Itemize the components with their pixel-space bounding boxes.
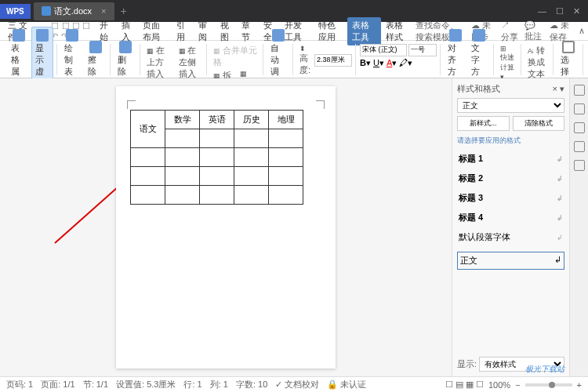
style-item[interactable]: 标题 1↲ — [457, 151, 564, 167]
status-words[interactable]: 字数: 10 — [236, 379, 267, 390]
panel-hint: 请选择要应用的格式 — [457, 134, 564, 147]
close-window-icon[interactable]: ✕ — [573, 6, 580, 16]
zoom-slider[interactable] — [525, 383, 572, 387]
doc-icon — [42, 6, 51, 16]
cell[interactable]: 英语 — [200, 111, 234, 129]
cell[interactable]: 数学 — [165, 111, 200, 129]
statusbar: 页码: 1 页面: 1/1 节: 1/1 设置值: 5.3厘米 行: 1 列: … — [0, 376, 588, 392]
add-tab-button[interactable]: + — [121, 5, 127, 17]
tool-select-icon[interactable] — [574, 85, 585, 96]
menu-chapter[interactable]: 章节 — [237, 17, 259, 45]
tool-clip-icon[interactable] — [574, 141, 585, 152]
canvas[interactable]: 语文 数学 英语 历史 地理 — [0, 78, 452, 376]
bold-button[interactable]: B▾ — [360, 58, 371, 68]
window-controls: — ☐ ✕ — [538, 6, 588, 16]
ribbon: 表格属性 显示虚框 绘制表格 擦除 删除 ▦ 在上方插入行 ▦ 在左侧插入列 ▦… — [0, 41, 588, 78]
menu-layout[interactable]: 页面布局 — [138, 17, 172, 45]
style-item[interactable]: 标题 4↲ — [457, 209, 564, 226]
style-item[interactable]: 标题 2↲ — [457, 170, 564, 187]
font-color-button[interactable]: A▾ — [387, 58, 397, 68]
comment-button[interactable]: 💬 批注 — [524, 20, 545, 42]
tab-label: 语文.docx — [54, 5, 92, 17]
close-icon[interactable]: × — [101, 6, 106, 16]
eraser-button[interactable]: 擦除 — [85, 39, 107, 79]
status-section[interactable]: 节: 1/1 — [83, 379, 108, 390]
highlight-button[interactable]: 🖍▾ — [399, 58, 412, 68]
font-name[interactable] — [360, 44, 407, 56]
cell[interactable]: 地理 — [269, 111, 303, 129]
merge-cells[interactable]: ▦ 合并单元格 — [211, 44, 260, 69]
status-auth[interactable]: 🔒 未认证 — [327, 379, 366, 390]
height-input[interactable] — [314, 54, 352, 67]
select-button[interactable]: 选择 — [557, 39, 579, 79]
height-label: ⬍ 高度: — [297, 44, 313, 77]
tool-shape-icon[interactable] — [574, 103, 585, 114]
collapse-icon[interactable]: ∧ — [579, 26, 585, 36]
menu-view[interactable]: 视图 — [216, 17, 238, 45]
status-proof[interactable]: ✓ 文档校对 — [275, 379, 319, 390]
maximize-icon[interactable]: ☐ — [556, 6, 564, 16]
cell[interactable]: 历史 — [234, 111, 269, 129]
menu-feature[interactable]: 特色应用 — [314, 17, 347, 45]
underline-button[interactable]: U▾ — [373, 58, 384, 68]
status-pos: 设置值: 5.3厘米 — [116, 379, 176, 390]
style-item[interactable]: 默认段落字体↲ — [457, 229, 564, 245]
tool-link-icon[interactable] — [574, 122, 585, 133]
zoom-out-icon[interactable]: − — [515, 380, 520, 390]
watermark: 极光下载站 — [525, 364, 564, 375]
zoom-in-icon[interactable]: + — [577, 380, 582, 390]
minimize-icon[interactable]: — — [538, 6, 546, 16]
svg-line-0 — [55, 180, 125, 243]
panel-close-icon[interactable]: × ▾ — [553, 84, 564, 94]
quick-calc[interactable]: ⊞ 快速计算▾ — [498, 44, 517, 82]
tool-more-icon[interactable] — [574, 160, 585, 171]
style-item-current[interactable]: 正文 ↲ — [457, 252, 564, 270]
page: 语文 数学 英语 历史 地理 — [116, 86, 336, 368]
font-size[interactable] — [408, 44, 437, 56]
menu-ref[interactable]: 引用 — [172, 17, 194, 45]
menu-review[interactable]: 审阅 — [194, 17, 216, 45]
status-page[interactable]: 页面: 1/1 — [41, 379, 74, 390]
style-item[interactable]: 标题 3↲ — [457, 190, 564, 206]
workspace: 语文 数学 英语 历史 地理 样式和格式× ▾ 正文 新样式... 清除格式 请… — [0, 78, 588, 376]
styles-panel: 样式和格式× ▾ 正文 新样式... 清除格式 请选择要应用的格式 标题 1↲ … — [452, 78, 569, 376]
clear-format-button[interactable]: 清除格式 — [513, 116, 565, 131]
cell-merged[interactable]: 语文 — [131, 111, 165, 148]
menubar: 三 文件 ∨ ☐ ☐ ☐ ☐ ↶ ↷ 开始 插入 页面布局 引用 审阅 视图 章… — [0, 22, 588, 41]
menu-table-tools[interactable]: 表格工具 — [347, 17, 381, 45]
status-row: 行: 1 — [183, 379, 201, 390]
current-style-select[interactable]: 正文 — [457, 98, 564, 113]
convert-text[interactable]: Aᵢ 转换成文本 — [525, 44, 550, 81]
status-col: 列: 1 — [210, 379, 228, 390]
delete-button[interactable]: 删除 — [114, 39, 136, 79]
document-table[interactable]: 语文 数学 英语 历史 地理 — [130, 110, 303, 205]
menu-table-style[interactable]: 表格样式 — [381, 17, 415, 45]
view-mode-icon[interactable]: ☐ ▤ ▦ ☐ — [445, 379, 484, 390]
new-style-button[interactable]: 新样式... — [457, 116, 510, 131]
status-page-num[interactable]: 页码: 1 — [6, 379, 33, 390]
share-button[interactable]: ↗ 分享 — [501, 20, 520, 43]
right-toolbar — [569, 78, 588, 376]
panel-title: 样式和格式 — [457, 83, 500, 95]
zoom-level[interactable]: 100% — [488, 380, 510, 390]
